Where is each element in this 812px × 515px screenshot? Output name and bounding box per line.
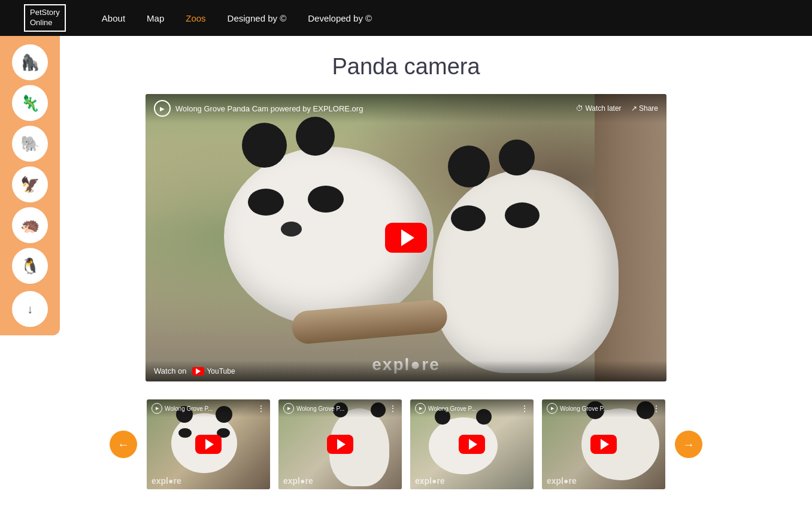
thumbnails-grid: ▶ Wolong Grove P... ⋮ expl●re [147, 399, 665, 489]
video-channel-info: ▶ Wolong Grove Panda Cam powered by EXPL… [154, 100, 363, 117]
thumb-1-play[interactable] [195, 435, 222, 454]
thumb-1[interactable]: ▶ Wolong Grove P... ⋮ expl●re [147, 399, 270, 489]
thumb-2-dots[interactable]: ⋮ [389, 404, 397, 413]
logo-line1: PetStory [30, 8, 60, 17]
youtube-logo[interactable]: YouTube [192, 367, 235, 375]
thumb-4-channel: ▶ Wolong Grove P... [547, 403, 608, 414]
thumbnails-section: ← ▶ Wolong [146, 399, 666, 489]
video-top-bar: ▶ Wolong Grove Panda Cam powered by EXPL… [146, 94, 666, 123]
thumb-1-channel: ▶ Wolong Grove P... [152, 403, 213, 414]
thumb-4[interactable]: ▶ Wolong Grove P... ⋮ expl●re [542, 399, 665, 489]
video-bottom-bar: Watch on YouTube [146, 360, 666, 381]
channel-name: Wolong Grove Panda Cam powered by EXPLOR… [175, 104, 363, 113]
thumb-3-channel: ▶ Wolong Grove P... [415, 403, 476, 414]
video-top-controls: ⏱ Watch later ↗ Share [576, 104, 658, 113]
logo[interactable]: PetStory Online [24, 4, 66, 32]
thumb-3-dots[interactable]: ⋮ [520, 404, 529, 413]
thumb-1-watermark: expl●re [152, 476, 181, 486]
thumb-2-channel: ▶ Wolong Grove P... [283, 403, 344, 414]
main-play-button[interactable] [385, 223, 427, 253]
thumb-3-watermark: expl●re [415, 476, 445, 486]
main-video[interactable]: ▶ Wolong Grove Panda Cam powered by EXPL… [146, 94, 666, 381]
sidebar: 🦍 🦎 🐘 🦅 🦔 🐧 ↓ [0, 36, 60, 335]
thumb-3-play[interactable] [459, 435, 485, 454]
thumb-2-watermark: expl●re [283, 476, 313, 486]
thumb-3[interactable]: ▶ Wolong Grove P... ⋮ expl●re [410, 399, 534, 489]
sidebar-item-penguin[interactable]: 🐧 [12, 248, 48, 284]
prev-button[interactable]: ← [110, 431, 137, 458]
page-title: Panda camera [332, 54, 480, 80]
sidebar-item-eagle[interactable]: 🦅 [12, 166, 48, 202]
thumb-3-top: ▶ Wolong Grove P... ⋮ [410, 399, 534, 417]
thumb-1-dots[interactable]: ⋮ [257, 404, 265, 413]
thumb-2-top: ▶ Wolong Grove P... ⋮ [278, 399, 402, 417]
channel-icon: ▶ [154, 100, 171, 117]
thumb-4-watermark: expl●re [547, 476, 577, 486]
sidebar-down-arrow[interactable]: ↓ [12, 291, 48, 327]
thumb-4-top: ▶ Wolong Grove P... ⋮ [542, 399, 665, 417]
watch-on-label: Watch on [154, 366, 186, 375]
logo-line2: Online [30, 18, 53, 27]
main-video-wrapper: ▶ Wolong Grove Panda Cam powered by EXPL… [146, 94, 666, 489]
nav-map[interactable]: Map [147, 13, 164, 23]
sidebar-item-elephant[interactable]: 🐘 [12, 126, 48, 162]
next-button[interactable]: → [675, 431, 702, 458]
watch-later-label[interactable]: ⏱ Watch later [576, 104, 622, 113]
thumb-2[interactable]: ▶ Wolong Grove P... ⋮ expl●re [278, 399, 402, 489]
thumb-4-dots[interactable]: ⋮ [652, 404, 660, 413]
navbar: PetStory Online About Map Zoos Designed … [0, 0, 812, 36]
sidebar-item-lizard[interactable]: 🦎 [12, 85, 48, 121]
thumb-4-play[interactable] [590, 435, 617, 454]
nav-links: About Map Zoos Designed by © Developed b… [102, 13, 372, 23]
share-label[interactable]: ↗ Share [631, 104, 658, 113]
nav-about[interactable]: About [102, 13, 125, 23]
thumb-2-play[interactable] [327, 435, 353, 454]
thumb-1-top: ▶ Wolong Grove P... ⋮ [147, 399, 270, 417]
main-content: Panda camera [0, 36, 812, 507]
sidebar-item-hedgehog[interactable]: 🦔 [12, 207, 48, 243]
nav-developed[interactable]: Developed by © [308, 13, 372, 23]
nav-designed[interactable]: Designed by © [228, 13, 287, 23]
nav-zoos[interactable]: Zoos [186, 13, 205, 23]
sidebar-item-gorilla[interactable]: 🦍 [12, 44, 48, 80]
